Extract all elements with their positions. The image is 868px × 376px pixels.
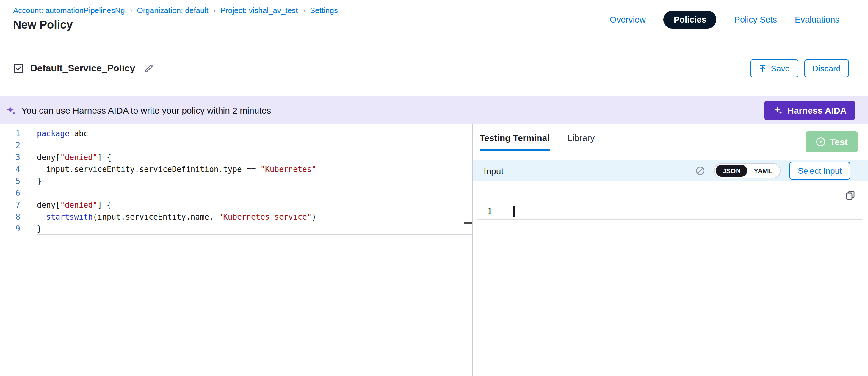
input-editor-line: 1 [476, 204, 862, 220]
code-token: ) [312, 212, 316, 221]
code-text: package abc [37, 128, 472, 140]
input-editor[interactable]: 1 [473, 182, 868, 220]
policy-check-icon [13, 63, 24, 74]
tab-overview[interactable]: Overview [610, 15, 646, 24]
header-left: Account: automationPipelinesNg›Organizat… [13, 0, 338, 40]
line-number: 3 [0, 152, 20, 164]
code-token: deny[ [37, 153, 60, 162]
code-token: } [37, 177, 42, 186]
code-token: package [37, 129, 70, 138]
line-number: 5 [0, 176, 20, 187]
breadcrumb-separator: › [213, 6, 216, 14]
line-number: 2 [0, 140, 20, 152]
edit-pencil-icon[interactable] [144, 64, 154, 73]
format-option-yaml[interactable]: YAML [747, 165, 779, 177]
code-token: ] { [98, 200, 112, 210]
code-text: } [37, 223, 472, 235]
policy-toolbar: Default_Service_Policy Save Discard [0, 40, 868, 96]
overview-ruler-mark [464, 222, 472, 224]
format-option-json[interactable]: JSON [716, 165, 747, 177]
select-input-button[interactable]: Select Input [789, 162, 850, 180]
breadcrumb-item-organization[interactable]: Organization: default [137, 6, 208, 15]
save-button[interactable]: Save [750, 60, 798, 77]
save-label: Save [771, 64, 790, 73]
code-line: 3deny["denied"] { [0, 152, 472, 164]
code-line: 9} [0, 223, 472, 235]
code-text: deny["denied"] { [37, 199, 472, 211]
code-line: 8 startswith(input.serviceEntity.name, "… [0, 211, 472, 223]
input-line-number: 1 [476, 207, 492, 216]
code-lines: 1package abc23deny["denied"] {4 input.se… [0, 128, 472, 235]
code-text: input.serviceEntity.serviceDefinition.ty… [37, 164, 472, 176]
breadcrumb-item-project[interactable]: Project: vishal_av_test [220, 6, 298, 15]
test-button[interactable]: Test [806, 131, 858, 152]
tab-testing-terminal[interactable]: Testing Terminal [479, 124, 550, 151]
breadcrumb-separator: › [130, 6, 132, 14]
aida-banner: You can use Harness AIDA to write your p… [0, 96, 868, 124]
policy-title-group: Default_Service_Policy [13, 63, 154, 74]
test-button-label: Test [830, 137, 847, 147]
header-tabs: OverviewPoliciesPolicy SetsEvaluations [610, 9, 839, 30]
code-line: 2 [0, 140, 472, 152]
copy-icon[interactable] [845, 190, 856, 200]
code-token: abc [70, 129, 88, 138]
code-line: 5} [0, 176, 472, 187]
line-number: 1 [0, 128, 20, 140]
aida-banner-message: You can use Harness AIDA to write your p… [22, 105, 271, 116]
code-text [37, 187, 472, 199]
code-line: 6 [0, 187, 472, 199]
policy-name: Default_Service_Policy [30, 63, 135, 74]
code-token: "Kubernetes_service" [219, 212, 312, 221]
code-token: startswith [46, 212, 93, 221]
line-number: 4 [0, 164, 20, 176]
save-upload-icon [758, 64, 767, 72]
input-section-header: Input JSONYAML Select Input [473, 160, 868, 182]
page-header: Account: automationPipelinesNg›Organizat… [0, 0, 868, 40]
aida-sparkle-icon [5, 104, 17, 116]
select-input-label: Select Input [798, 166, 842, 176]
code-token: "denied" [60, 200, 97, 210]
line-number: 7 [0, 199, 20, 211]
aida-button-label: Harness AIDA [787, 105, 846, 116]
main-content: 1package abc23deny["denied"] {4 input.se… [0, 124, 868, 376]
breadcrumb-item-settings[interactable]: Settings [310, 6, 338, 15]
page: Account: automationPipelinesNg›Organizat… [0, 0, 868, 376]
terminal-tabs-row: Testing TerminalLibrary Test [473, 124, 868, 160]
line-number: 6 [0, 187, 20, 199]
play-icon [816, 137, 826, 147]
aida-button-sparkle-icon [773, 105, 783, 116]
code-token [37, 212, 46, 221]
toolbar-actions: Save Discard [750, 60, 849, 77]
page-title: New Policy [13, 19, 338, 32]
breadcrumb-separator: › [303, 6, 305, 14]
harness-aida-button[interactable]: Harness AIDA [764, 100, 855, 120]
code-token: "Kubernetes" [260, 165, 316, 174]
terminal-tabs: Testing TerminalLibrary [479, 124, 608, 151]
tab-policy-sets[interactable]: Policy Sets [735, 15, 777, 24]
code-text: startswith(input.serviceEntity.name, "Ku… [37, 211, 472, 223]
discard-button[interactable]: Discard [804, 60, 849, 77]
tab-library[interactable]: Library [567, 124, 595, 151]
input-section-title: Input [484, 166, 504, 176]
code-token: "denied" [60, 153, 97, 162]
code-text [37, 140, 472, 152]
line-number: 8 [0, 211, 20, 223]
tab-policies[interactable]: Policies [664, 11, 717, 29]
code-line: 7deny["denied"] { [0, 199, 472, 211]
code-line: 1package abc [0, 128, 472, 140]
code-token: (input.serviceEntity.name, [93, 212, 219, 221]
code-line: 4 input.serviceEntity.serviceDefinition.… [0, 164, 472, 176]
testing-terminal-panel: Testing TerminalLibrary Test Input JSONY… [473, 124, 868, 376]
code-token: input.serviceEntity.serviceDefinition.ty… [37, 165, 260, 174]
clear-input-icon[interactable] [696, 166, 705, 176]
code-text: deny["denied"] { [37, 152, 472, 164]
discard-label: Discard [812, 64, 841, 73]
breadcrumb: Account: automationPipelinesNg›Organizat… [13, 6, 338, 15]
code-token: ] { [98, 153, 112, 162]
format-toggle[interactable]: JSONYAML [714, 163, 780, 179]
text-cursor [514, 207, 514, 217]
policy-code-editor[interactable]: 1package abc23deny["denied"] {4 input.se… [0, 124, 472, 376]
breadcrumb-item-account[interactable]: Account: automationPipelinesNg [13, 6, 125, 15]
tab-evaluations[interactable]: Evaluations [795, 15, 839, 24]
code-token: } [37, 224, 42, 233]
